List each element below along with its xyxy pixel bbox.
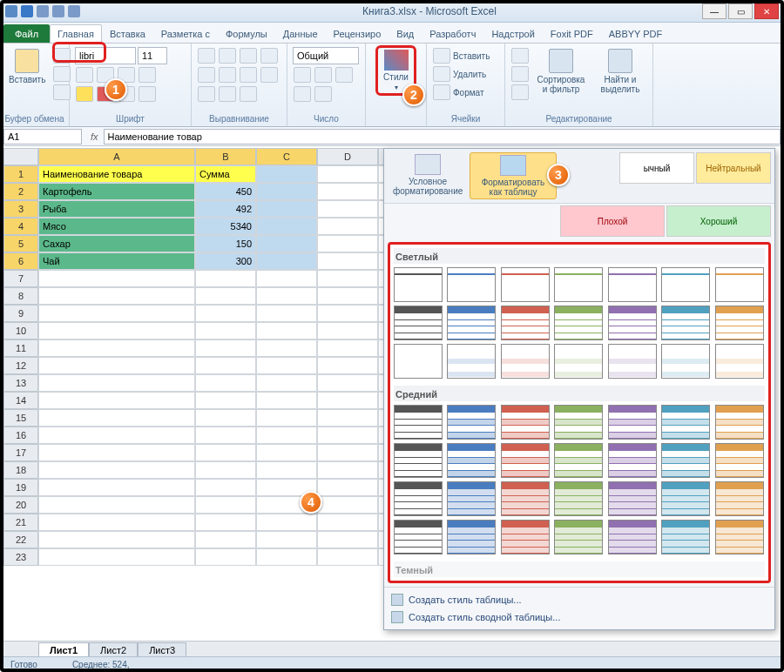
insert-cells-icon[interactable] (433, 48, 450, 64)
decrease-indent-icon[interactable] (198, 86, 215, 102)
cell[interactable] (256, 409, 317, 427)
row-header[interactable]: 20 (3, 496, 38, 514)
cell[interactable] (38, 357, 195, 374)
row-header[interactable]: 3 (3, 200, 38, 218)
undo-icon[interactable] (37, 5, 49, 17)
cell[interactable]: 5340 (195, 218, 256, 235)
copy-icon[interactable] (53, 66, 71, 82)
row-header[interactable]: 11 (3, 339, 38, 357)
table-style-swatch[interactable] (447, 481, 496, 516)
cell[interactable] (256, 531, 317, 548)
cell[interactable] (195, 322, 256, 339)
minimize-button[interactable]: — (702, 3, 727, 19)
cell[interactable] (256, 357, 317, 374)
clear-icon[interactable] (511, 84, 529, 100)
redo-icon[interactable] (52, 5, 64, 17)
cell[interactable] (317, 461, 378, 479)
tab-data[interactable]: Данные (275, 24, 326, 43)
cell[interactable]: Сумма (195, 165, 256, 183)
cell[interactable] (195, 305, 256, 322)
fx-icon[interactable]: fx (85, 131, 104, 142)
cell[interactable] (317, 496, 378, 514)
close-button[interactable]: ✕ (754, 3, 779, 19)
cell[interactable] (195, 357, 256, 374)
cell[interactable] (256, 270, 317, 287)
cell[interactable] (317, 444, 378, 461)
cell[interactable] (317, 305, 378, 322)
formula-input[interactable] (104, 129, 781, 144)
cell[interactable] (38, 339, 195, 357)
tab-home[interactable]: Главная (50, 24, 102, 43)
row-header[interactable]: 13 (3, 374, 38, 392)
table-style-swatch[interactable] (394, 405, 443, 440)
font-size-select[interactable] (138, 47, 167, 64)
format-as-table-button[interactable]: Форматировать как таблицу (470, 152, 557, 199)
align-left-icon[interactable] (198, 67, 215, 83)
sheet-tab-3[interactable]: Лист3 (138, 642, 186, 658)
percent-icon[interactable] (314, 67, 332, 83)
table-style-swatch[interactable] (447, 267, 496, 302)
table-style-swatch[interactable] (394, 520, 443, 554)
table-style-swatch[interactable] (661, 344, 710, 379)
table-style-swatch[interactable] (501, 267, 550, 302)
table-style-swatch[interactable] (715, 267, 764, 302)
cell[interactable] (195, 479, 256, 496)
cell[interactable]: 492 (195, 200, 256, 218)
table-style-swatch[interactable] (447, 520, 496, 554)
table-style-swatch[interactable] (554, 306, 603, 340)
cut-icon[interactable] (53, 48, 71, 64)
cell[interactable] (195, 409, 256, 427)
row-header[interactable]: 14 (3, 392, 38, 409)
tab-pagelayout[interactable]: Разметка с (153, 24, 218, 43)
sheet-tab-2[interactable]: Лист2 (89, 642, 138, 658)
row-header[interactable]: 23 (3, 548, 38, 566)
cell[interactable] (195, 392, 256, 409)
border-icon[interactable] (139, 67, 156, 83)
cell[interactable] (195, 374, 256, 392)
row-header[interactable]: 6 (3, 252, 38, 270)
cell[interactable] (317, 531, 378, 548)
table-style-swatch[interactable] (608, 520, 657, 554)
cell[interactable] (256, 514, 317, 531)
table-style-swatch[interactable] (608, 405, 657, 440)
cell[interactable] (38, 305, 195, 322)
row-header[interactable]: 15 (3, 409, 38, 427)
fill-icon[interactable] (511, 66, 529, 82)
tab-view[interactable]: Вид (389, 24, 422, 43)
column-header-A[interactable]: A (38, 148, 195, 165)
tab-addins[interactable]: Надстрой (483, 24, 542, 43)
table-style-swatch[interactable] (394, 306, 443, 340)
cell[interactable] (317, 374, 378, 392)
cell[interactable] (317, 200, 378, 218)
cell[interactable] (317, 409, 378, 427)
table-style-swatch[interactable] (661, 306, 710, 340)
autosum-icon[interactable] (511, 48, 529, 64)
column-header-B[interactable]: B (195, 148, 256, 165)
cell[interactable] (38, 270, 195, 287)
cell[interactable] (195, 548, 256, 566)
row-header[interactable]: 8 (3, 287, 38, 305)
cell[interactable]: Сахар (38, 235, 195, 252)
table-style-swatch[interactable] (501, 344, 550, 379)
cell[interactable] (317, 427, 378, 444)
table-style-swatch[interactable] (608, 267, 657, 302)
increase-indent-icon[interactable] (219, 86, 236, 102)
delete-cells-icon[interactable] (433, 66, 450, 82)
table-style-swatch[interactable] (715, 443, 764, 478)
table-style-swatch[interactable] (501, 306, 550, 340)
cell[interactable] (256, 392, 317, 409)
number-format-select[interactable] (293, 47, 359, 64)
cell[interactable]: 450 (195, 183, 256, 200)
format-cells-label[interactable]: Формат (453, 88, 484, 97)
table-style-swatch[interactable] (554, 443, 603, 478)
cell[interactable] (38, 409, 195, 427)
cell[interactable] (195, 531, 256, 548)
cell[interactable] (195, 444, 256, 461)
cell[interactable] (256, 165, 317, 183)
merge-icon[interactable] (240, 86, 257, 102)
table-style-swatch[interactable] (715, 306, 764, 340)
fill-color-icon[interactable] (76, 86, 93, 102)
table-style-swatch[interactable] (447, 405, 496, 440)
cell[interactable] (256, 548, 317, 566)
align-middle-icon[interactable] (219, 48, 236, 64)
